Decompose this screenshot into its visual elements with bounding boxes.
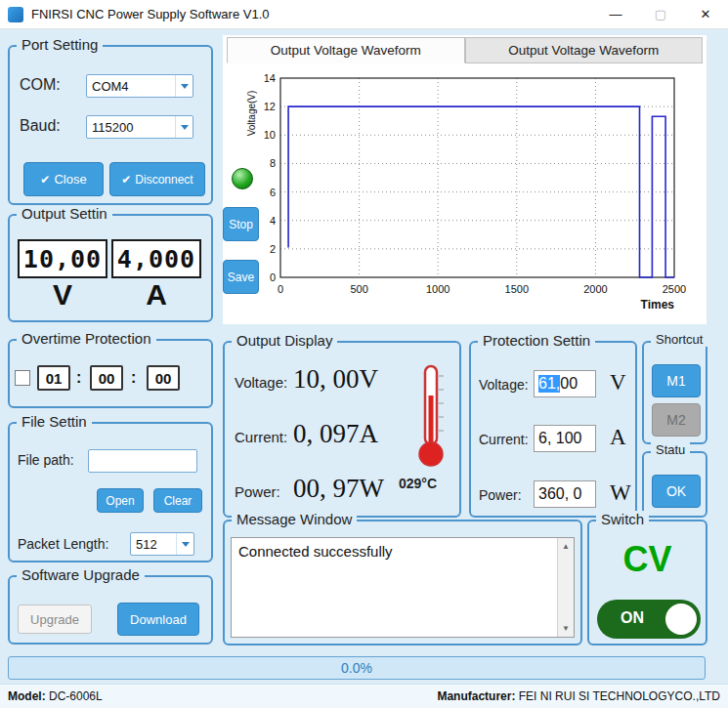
output-setting-group: Output Settin 10,00 4,000 V A (8, 214, 213, 322)
seconds-field[interactable]: 00 (147, 365, 180, 391)
output-current-label: Current: (235, 429, 287, 445)
output-power-label: Power: (235, 483, 280, 500)
status-bar: Model: DC-6006L Manufacturer: FEI NI RUI… (0, 684, 728, 708)
protection-current-unit: A (610, 425, 626, 450)
output-display-title: Output Display (232, 332, 337, 349)
m2-button[interactable]: M2 (652, 403, 701, 437)
output-toggle[interactable]: ON (597, 600, 701, 639)
svg-text:500: 500 (350, 283, 367, 295)
output-voltage-label: Voltage: (235, 374, 287, 391)
disconnect-button[interactable]: ✔ Disconnect (109, 162, 205, 196)
progress-bar: 0.0% (8, 656, 706, 680)
svg-text:12: 12 (264, 101, 276, 112)
thermometer-icon (414, 362, 448, 468)
file-path-input[interactable] (88, 449, 197, 473)
output-power-value: 00, 97W (293, 474, 384, 504)
output-current-value: 0, 097A (293, 419, 378, 449)
svg-text:14: 14 (264, 72, 276, 84)
download-button[interactable]: Download (117, 603, 199, 636)
check-icon: ✔ (121, 173, 131, 187)
output-display-group: Output Display Voltage: 10, 00V Current:… (223, 341, 461, 518)
message-window-title: Message Window (232, 511, 357, 527)
maximize-button[interactable]: ▢ (638, 0, 683, 29)
status-group: Statu OK (642, 451, 707, 518)
scroll-down-icon[interactable]: ▼ (562, 620, 570, 637)
port-setting-title: Port Setting (17, 36, 103, 53)
upgrade-button[interactable]: Upgrade (18, 604, 92, 634)
ok-button[interactable]: OK (652, 475, 701, 508)
svg-text:10: 10 (264, 129, 276, 141)
waveform-tabs: Output Voltage Waveform Output Voltage W… (227, 37, 703, 63)
m1-button[interactable]: M1 (652, 364, 701, 397)
svg-text:1500: 1500 (505, 283, 529, 295)
waveform-panel: Output Voltage Waveform Output Voltage W… (223, 35, 707, 324)
file-path-label: File path: (18, 452, 74, 468)
message-area[interactable]: Connected successfully ▲ ▼ (231, 537, 575, 638)
toggle-knob[interactable] (665, 604, 697, 635)
clear-button[interactable]: Clear (153, 488, 202, 513)
protection-current-input[interactable]: 6, 100 (534, 425, 596, 452)
voltage-setting-display[interactable]: 10,00 (18, 239, 107, 278)
baud-label: Baud: (20, 117, 61, 135)
port-setting-group: Port Setting COM: COM4 Baud: 115200 ✔ Cl… (8, 45, 213, 205)
current-setting-display[interactable]: 4,000 (111, 239, 201, 278)
shortcut-group: Shortcut M1 M2 (642, 341, 707, 444)
minimize-button[interactable]: — (593, 0, 638, 29)
open-button[interactable]: Open (97, 488, 144, 513)
switch-title: Switch (596, 511, 649, 527)
com-select[interactable]: COM4 (86, 74, 193, 98)
svg-text:2: 2 (270, 243, 276, 255)
message-scrollbar[interactable]: ▲ ▼ (557, 538, 574, 637)
model-info: Model: DC-6006L (8, 689, 103, 703)
title-bar: FNIRSI CNC Power Supply Software V1.0 — … (0, 0, 728, 29)
svg-text:Voltage(V): Voltage(V) (246, 91, 257, 137)
packet-length-label: Packet Length: (18, 536, 108, 552)
window-controls: — ▢ ✕ (593, 0, 728, 29)
svg-text:8: 8 (270, 157, 276, 169)
manufacturer-info: Manufacturer: FEI NI RUI SI TECHNOLOGYCO… (437, 689, 720, 703)
baud-select[interactable]: 115200 (86, 115, 193, 139)
close-button[interactable]: ✔ Close (23, 162, 104, 196)
shortcut-title: Shortcut (651, 332, 707, 347)
packet-length-select[interactable]: 512 (130, 532, 194, 556)
switch-group: Switch CV ON (587, 520, 707, 646)
scroll-up-icon[interactable]: ▲ (562, 538, 570, 555)
tab-output-voltage-waveform-1[interactable]: Output Voltage Waveform (227, 37, 465, 63)
minutes-field[interactable]: 00 (90, 365, 123, 391)
svg-text:2000: 2000 (583, 283, 607, 295)
message-text: Connected successfully (238, 543, 393, 560)
temperature-value: 029°C (399, 476, 437, 491)
file-setting-title: File Settin (17, 413, 92, 430)
progress-value: 0.0% (341, 660, 372, 676)
software-upgrade-group: Software Upgrade Upgrade Download (8, 575, 213, 645)
overtime-protection-title: Overtime Protection (17, 330, 156, 347)
protection-voltage-label: Voltage: (479, 377, 529, 393)
com-label: COM: (20, 76, 61, 94)
toggle-on-label: ON (621, 609, 644, 627)
waveform-chart: 0246810121405001000150020002500Voltage(V… (244, 66, 686, 311)
window-title: FNIRSI CNC Power Supply Software V1.0 (31, 7, 269, 21)
app-window: FNIRSI CNC Power Supply Software V1.0 — … (0, 0, 728, 708)
output-voltage-value: 10, 00V (293, 364, 378, 395)
current-unit-label: A (111, 278, 201, 312)
protection-setting-group: Protection Settin Voltage: 61,00 V Curre… (469, 341, 637, 518)
mode-indicator: CV (589, 539, 706, 580)
protection-voltage-input[interactable]: 61,00 (534, 370, 596, 397)
svg-text:0: 0 (278, 283, 283, 295)
svg-text:6: 6 (270, 187, 276, 198)
protection-power-input[interactable]: 360, 0 (534, 480, 596, 508)
overtime-protection-checkbox[interactable] (15, 370, 30, 386)
svg-text:1000: 1000 (426, 283, 450, 295)
protection-setting-title: Protection Settin (478, 332, 595, 349)
time-separator: : (131, 369, 136, 387)
svg-text:0: 0 (270, 271, 276, 283)
protection-power-unit: W (610, 480, 631, 506)
hours-field[interactable]: 01 (37, 365, 70, 391)
svg-text:4: 4 (270, 215, 276, 227)
file-setting-group: File Settin File path: Open Clear Packet… (8, 422, 213, 562)
close-window-button[interactable]: ✕ (683, 0, 728, 29)
tab-output-voltage-waveform-2[interactable]: Output Voltage Waveform (465, 37, 704, 63)
protection-voltage-unit: V (610, 370, 626, 396)
svg-text:2500: 2500 (663, 283, 686, 295)
protection-power-label: Power: (479, 487, 522, 503)
